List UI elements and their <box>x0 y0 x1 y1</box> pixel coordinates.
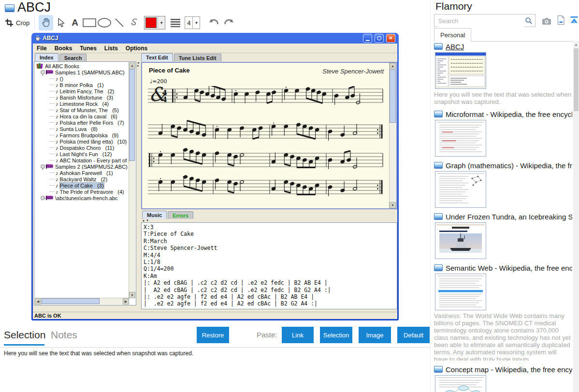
tab-selection[interactable]: Selection <box>4 329 45 341</box>
line-width-dropdown-arrow[interactable]: ▼ <box>192 17 200 29</box>
tree-item[interactable]: ♪Polska efter Pelle Fors (7) <box>35 119 129 126</box>
color-dropdown-arrow[interactable]: ▼ <box>158 17 165 29</box>
collapse-knob-icon[interactable] <box>41 164 45 169</box>
tab-music[interactable]: Music <box>142 211 167 219</box>
tree-item[interactable]: ♪Leitrim Fancy, The (2) <box>35 88 129 94</box>
snapshot-title[interactable]: Graph (mathematics) - Wikipedia, the fre… <box>446 161 572 170</box>
snapshot-thumbnail[interactable] <box>435 222 486 259</box>
tree-item[interactable]: ♪Polska (med lång etta) (10) <box>35 138 129 145</box>
search-icon[interactable] <box>525 17 533 27</box>
snapshot-page-icon[interactable] <box>557 15 565 27</box>
abc-source-editor[interactable]: X:3 T:Piece of Cake R:March C:Steve Spen… <box>141 222 397 309</box>
text-tool-button[interactable]: A <box>68 15 82 30</box>
scroll-thumb[interactable] <box>574 48 579 111</box>
rectangle-tool-button[interactable] <box>82 15 97 30</box>
tab-text-edit[interactable]: Text Edit <box>141 53 173 61</box>
line-width-select[interactable]: 4 ▼ <box>185 16 200 29</box>
paste-link-button[interactable]: Link <box>282 327 314 343</box>
tree-item[interactable]: ♪Farmors Brudpolska (9) <box>35 132 129 138</box>
snapshot-title[interactable]: Semantic Web - Wikipedia, the free encyc… <box>446 264 572 272</box>
scroll-up-button[interactable]: ▲ <box>390 63 396 69</box>
scroll-down-button[interactable]: ▼ <box>390 202 396 208</box>
snapshot-thumbnail[interactable] <box>435 274 486 310</box>
snapshot-thumbnail[interactable] <box>435 52 486 89</box>
collapse-right-icon[interactable]: ▸ <box>137 64 140 67</box>
snapshot-thumbnail[interactable] <box>435 375 486 392</box>
music-vertical-scrollbar[interactable]: ▲ ▼ <box>389 63 396 208</box>
tab-notes[interactable]: Notes <box>51 329 77 341</box>
tree-vertical-scrollbar[interactable]: ▲ ▼ <box>129 62 135 298</box>
tree-horizontal-scrollbar[interactable]: ◀ ▶ <box>35 298 129 305</box>
tree-item[interactable]: ♪Hora ca din la caval (6) <box>35 113 129 119</box>
menu-books[interactable]: Books <box>51 45 76 52</box>
snapshot-title[interactable]: Microformat - Wikipedia, the free encycl… <box>446 110 572 118</box>
restore-button[interactable]: Restore <box>197 327 229 343</box>
scroll-up-icon[interactable]: ▲ <box>573 41 579 48</box>
snapshot-title[interactable]: ABCJ <box>446 43 464 51</box>
scroll-left-button[interactable]: ◀ <box>35 298 41 305</box>
tab-personal[interactable]: Personal <box>434 28 471 42</box>
tree-item[interactable]: Samples 2 (SAMPMUS2.ABC) <box>35 163 129 170</box>
menu-options[interactable]: Options <box>122 45 151 52</box>
tree-item[interactable]: ♪Last Night's Fun (12) <box>35 151 129 157</box>
paste-selection-button[interactable]: Selection <box>320 327 352 343</box>
tree-item[interactable]: ♪ABC Notation - Every part of it (200 <box>35 157 129 163</box>
search-input[interactable] <box>437 15 524 27</box>
scroll-thumb[interactable] <box>390 70 396 123</box>
scroll-down-button[interactable]: ▼ <box>129 292 135 298</box>
line-tool-button[interactable] <box>112 15 127 30</box>
tree-item[interactable]: ♪Backyard Waltz (2) <box>35 176 129 182</box>
redo-button[interactable] <box>221 15 236 30</box>
menu-lists[interactable]: Lists <box>101 45 122 52</box>
tab-index[interactable]: Index <box>35 53 58 61</box>
tree-item[interactable]: ♪B minor Polka (1) <box>35 82 129 88</box>
ellipse-tool-button[interactable] <box>97 15 112 30</box>
tree-item[interactable]: ♪Dospatsko Choro (11) <box>35 145 129 151</box>
editor-split-divider[interactable]: ▲▼ <box>141 219 397 222</box>
tree-item[interactable]: ♪Ashokan Farewell (1) <box>35 170 129 176</box>
tree-item[interactable]: ♪Piece of Cake (3) <box>35 182 129 189</box>
tree-item[interactable]: ♪() <box>35 75 129 82</box>
pin-to-top-icon[interactable] <box>569 15 579 27</box>
snapshot-title[interactable]: Concept map - Wikipedia, the free encycl… <box>446 365 572 374</box>
crop-button[interactable]: Crop <box>3 15 31 30</box>
scroll-right-button[interactable]: ▶ <box>123 298 129 305</box>
snapshot-title[interactable]: Under Frozen Tundra, an Icebreaking Ship… <box>446 213 572 221</box>
tree-item[interactable]: Samples 1 (SAMPMUS.ABC) <box>35 69 129 75</box>
tree-item[interactable]: ♪Star of Munster, The (5) <box>35 107 129 113</box>
music-notation-panel[interactable]: Piece of Cake Steve Spencer-Jowett ♩=200… <box>141 62 397 209</box>
undo-button[interactable] <box>207 15 221 30</box>
tree-item[interactable]: ♪The Pride of Petravore (4) <box>35 189 129 195</box>
tree-item[interactable]: \abc\tunes\cam-french.abc <box>35 195 129 201</box>
line-width-button[interactable] <box>168 15 183 30</box>
abcj-titlebar[interactable]: ABCJ ▁ ▢ ✕ <box>33 33 397 44</box>
color-picker[interactable]: ▼ <box>144 16 165 29</box>
hand-tool-button[interactable] <box>39 15 53 30</box>
sidebar-scrollbar[interactable]: ▲ <box>573 41 579 392</box>
tab-search[interactable]: Search <box>59 54 87 61</box>
pointer-tool-button[interactable] <box>53 15 68 30</box>
paste-default-button[interactable]: Default <box>397 327 430 343</box>
tree-item[interactable]: ♪Banish Misfortune (3) <box>35 94 129 101</box>
search-box[interactable] <box>434 14 536 27</box>
collapse-knob-icon[interactable] <box>41 70 45 74</box>
tree-item[interactable]: All ABC Books <box>35 63 129 69</box>
snapshot-thumbnail[interactable] <box>435 171 486 208</box>
paste-image-button[interactable]: Image <box>359 327 391 343</box>
camera-icon[interactable] <box>542 17 551 27</box>
abc-source-text[interactable]: X:3 T:Piece of Cake R:March C:Steve Spen… <box>144 224 395 307</box>
tab-errors[interactable]: Errors <box>168 211 193 219</box>
snapshot-thumbnail[interactable] <box>435 120 486 157</box>
expand-knob-icon[interactable] <box>41 196 45 200</box>
maximize-button[interactable]: ▢ <box>375 34 384 43</box>
tree-item[interactable]: ♪Limestone Rock (4) <box>35 101 129 107</box>
close-button[interactable]: ✕ <box>386 34 395 43</box>
scroll-thumb[interactable] <box>129 69 135 161</box>
minimize-button[interactable]: ▁ <box>363 34 372 43</box>
menu-tunes[interactable]: Tunes <box>76 45 100 52</box>
scroll-thumb[interactable] <box>42 298 100 304</box>
panel-split-divider[interactable]: ◂ ▸ <box>137 61 140 305</box>
abc-books-tree[interactable]: All ABC BooksSamples 1 (SAMPMUS.ABC)♪()♪… <box>34 61 136 305</box>
tab-tune-lists-edit[interactable]: Tune Lists Edit <box>174 54 221 61</box>
freehand-tool-button[interactable] <box>127 15 141 30</box>
